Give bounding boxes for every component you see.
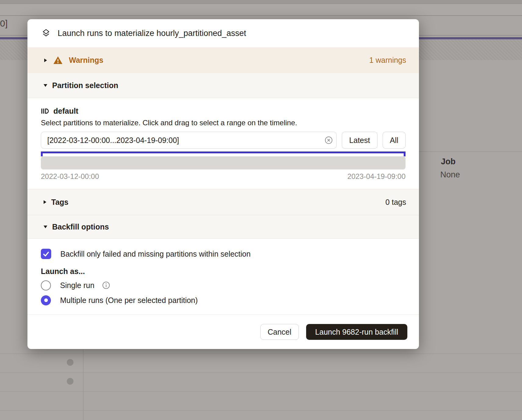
backfill-options-content: Backfill only failed and missing partiti… [27,239,419,315]
backdrop-top-strip [0,0,522,4]
warning-triangle-icon [53,55,63,65]
backdrop-status-dot [67,378,73,385]
tags-count: 0 tags [385,198,406,207]
chevron-right-icon [44,200,46,204]
chevron-down-icon [44,84,47,87]
single-run-radio[interactable] [41,280,51,290]
timeline-start-label: 2022-03-12-00:00 [41,172,99,181]
partition-dimension-icon [41,107,49,115]
backfill-options-label: Backfill options [52,222,109,231]
multiple-runs-option[interactable]: Multiple runs (One per selected partitio… [41,295,406,305]
backfill-only-failed-checkbox[interactable] [41,249,51,259]
backdrop-partial-input-text: 0] [0,18,8,29]
tags-section-toggle[interactable]: Tags 0 tags [27,189,419,215]
launch-backfill-button[interactable]: Launch 9682-run backfill [306,324,407,340]
partition-helper-text: Select partitions to materialize. Click … [41,119,406,127]
timeline-end-label: 2023-04-19-09:00 [347,172,406,181]
backdrop-job-column-value: None [440,170,460,180]
backfill-options-toggle[interactable]: Backfill options [27,215,419,239]
partition-range-input[interactable] [41,132,337,149]
dialog-title: Launch runs to materialize hourly_partit… [58,29,246,38]
backdrop-job-column-header: Job [441,157,456,166]
backfill-only-failed-label: Backfill only failed and missing partiti… [60,250,251,258]
warnings-label: Warnings [69,56,103,65]
materialize-layers-icon [41,28,51,38]
backdrop-row-line [0,372,522,373]
clear-selection-icon[interactable] [324,136,333,144]
partition-dimension-name: default [53,107,78,116]
cancel-button[interactable]: Cancel [260,324,299,340]
partition-range-input-wrap [41,132,337,149]
latest-button[interactable]: Latest [342,132,377,149]
warnings-section-toggle[interactable]: Warnings 1 warnings [27,47,419,73]
launch-backfill-dialog: Launch runs to materialize hourly_partit… [27,19,419,349]
multiple-runs-label: Multiple runs (One per selected partitio… [60,296,198,305]
launch-as-label: Launch as... [41,267,406,276]
partition-selection-content: default Select partitions to materialize… [27,98,419,189]
warnings-count: 1 warnings [369,56,406,65]
single-run-label: Single run [60,281,95,290]
dialog-header: Launch runs to materialize hourly_partit… [27,19,419,47]
partition-selection-toggle[interactable]: Partition selection [27,73,419,98]
backdrop-column-line [83,349,84,420]
backdrop-status-dot [67,359,73,366]
dialog-footer: Cancel Launch 9682-run backfill [27,315,419,349]
backdrop-row-line [0,391,522,392]
chevron-right-icon [44,59,47,62]
chevron-down-icon [44,226,47,228]
backdrop-toolbar-band [0,4,522,16]
multiple-runs-radio[interactable] [41,295,51,305]
backdrop-row-line [0,354,522,354]
backdrop-row-line [0,410,522,411]
all-button[interactable]: All [383,132,406,149]
single-run-option[interactable]: Single run [41,280,406,290]
info-icon[interactable] [102,281,110,290]
partition-selection-label: Partition selection [52,81,118,90]
partition-timeline[interactable] [41,156,406,169]
tags-label: Tags [51,198,69,207]
timeline-range-labels: 2022-03-12-00:00 2023-04-19-09:00 [41,172,406,181]
selection-range-bracket [41,151,406,156]
backdrop-table-divider [419,151,522,152]
